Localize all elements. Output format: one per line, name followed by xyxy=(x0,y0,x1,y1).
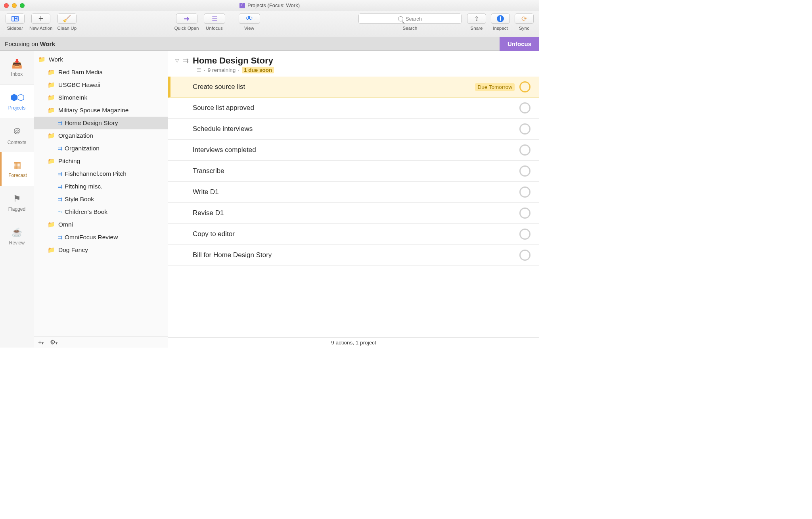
sidebar-folder[interactable]: 📁Pitching xyxy=(34,155,168,167)
perspective-rail: 📥 Inbox ⬢⬡ Projects ＠ Contexts ▦ Forecas… xyxy=(0,51,34,348)
parallel-project-icon: ⇉ xyxy=(58,234,61,240)
main-outline: ▽ ⇉ Home Design Story ☰ · 9 remaining · … xyxy=(168,51,539,348)
outline-title: Home Design Story xyxy=(193,56,273,66)
sidebar-folder[interactable]: 📁USGBC Hawaii xyxy=(34,79,168,91)
sidebar-project[interactable]: ⇉OmniFocus Review xyxy=(34,231,168,244)
sidebar-folder[interactable]: 📁Military Spouse Magazine xyxy=(34,104,168,117)
rail-inbox-label: Inbox xyxy=(11,71,23,77)
folder-icon: 📁 xyxy=(48,81,55,88)
sidebar-folder[interactable]: 📁Dog Fancy xyxy=(34,244,168,256)
eye-icon: 👁 xyxy=(246,15,253,23)
search-icon xyxy=(398,16,403,21)
rail-forecast[interactable]: ▦ Forecast xyxy=(0,152,34,186)
task-row[interactable]: Create source listDue Tomorrow xyxy=(168,77,539,98)
status-bar: 9 actions, 1 project xyxy=(168,337,539,348)
rail-inbox[interactable]: 📥 Inbox xyxy=(0,51,34,85)
note-icon[interactable]: ☰ xyxy=(197,67,201,73)
task-row[interactable]: Schedule interviews xyxy=(168,119,539,140)
task-name: Copy to editor xyxy=(193,230,235,238)
single-action-list-icon: ⤳ xyxy=(58,209,61,215)
clean-up-button[interactable]: 🧹 xyxy=(57,13,77,24)
status-circle[interactable] xyxy=(519,123,530,135)
sidebar-folder[interactable]: 📁Organization xyxy=(34,129,168,142)
task-row[interactable]: Source list approved xyxy=(168,98,539,119)
rail-contexts[interactable]: ＠ Contexts xyxy=(0,118,34,152)
disclosure-triangle[interactable]: ▽ xyxy=(175,58,179,63)
status-circle[interactable] xyxy=(519,250,530,261)
at-icon: ＠ xyxy=(13,125,21,137)
sidebar-folder[interactable]: 📁Work xyxy=(34,53,168,66)
folder-icon: 📁 xyxy=(48,246,55,254)
task-row[interactable]: Revise D1 xyxy=(168,203,539,224)
status-circle[interactable] xyxy=(519,229,530,240)
add-menu-button[interactable]: +▾ xyxy=(38,339,44,346)
task-list: Create source listDue TomorrowSource lis… xyxy=(168,77,539,337)
focus-name: Work xyxy=(40,40,55,47)
inspect-button[interactable]: i xyxy=(491,13,510,24)
folder-icon: 📁 xyxy=(48,94,55,101)
new-action-label: New Action xyxy=(29,26,53,31)
task-row[interactable]: Interviews completed xyxy=(168,140,539,161)
close-window[interactable] xyxy=(4,3,9,8)
new-action-button[interactable]: + xyxy=(31,13,50,24)
info-icon: i xyxy=(497,15,504,22)
task-row[interactable]: Bill for Home Design Story xyxy=(168,245,539,266)
calendar-icon: ▦ xyxy=(13,160,22,170)
folder-icon: 📁 xyxy=(38,56,46,63)
parallel-project-icon: ⇉ xyxy=(58,145,61,152)
status-circle[interactable] xyxy=(519,81,530,92)
rail-projects[interactable]: ⬢⬡ Projects xyxy=(0,85,34,118)
status-circle[interactable] xyxy=(519,186,530,198)
sidebar-item-label: Children's Book xyxy=(65,208,107,215)
sync-icon: ⟳ xyxy=(521,15,527,23)
search-placeholder: Search xyxy=(406,16,422,22)
share-button[interactable]: ⇪ xyxy=(467,13,486,24)
projects-icon: ⬢⬡ xyxy=(10,92,24,103)
task-name: Write D1 xyxy=(193,188,219,196)
rail-forecast-label: Forecast xyxy=(8,173,27,178)
status-circle[interactable] xyxy=(519,102,530,113)
titlebar: Projects (Focus: Work) xyxy=(0,0,539,11)
status-circle[interactable] xyxy=(519,144,530,156)
status-circle[interactable] xyxy=(519,165,530,177)
rail-flagged[interactable]: ⚑ Flagged xyxy=(0,186,34,219)
task-row[interactable]: Copy to editor xyxy=(168,224,539,245)
inspect-label: Inspect xyxy=(493,26,508,31)
sidebar-project[interactable]: ⇉Pitching misc. xyxy=(34,180,168,193)
gear-menu-button[interactable]: ⚙▾ xyxy=(50,338,57,346)
quick-open-button[interactable]: ➜ xyxy=(176,13,197,24)
sidebar-button[interactable] xyxy=(6,13,25,24)
sidebar-project[interactable]: ⇉Style Book xyxy=(34,193,168,206)
task-name: Interviews completed xyxy=(193,146,256,154)
sidebar-item-label: Pitching misc. xyxy=(65,183,103,190)
sidebar-icon xyxy=(11,16,19,21)
task-name: Source list approved xyxy=(193,104,254,112)
share-label: Share xyxy=(470,26,483,31)
parallel-project-icon: ⇉ xyxy=(58,183,61,190)
project-list-scroll[interactable]: 📁Work📁Red Barn Media📁USGBC Hawaii📁Simone… xyxy=(34,51,168,336)
unfocus-button[interactable]: Unfocus xyxy=(500,37,539,51)
sync-button[interactable]: ⟳ xyxy=(515,13,534,24)
sidebar-project[interactable]: ⤳Children's Book xyxy=(34,206,168,218)
sidebar-folder[interactable]: 📁Red Barn Media xyxy=(34,66,168,79)
zoom-window[interactable] xyxy=(20,3,25,8)
search-input[interactable]: Search xyxy=(358,13,462,24)
task-row[interactable]: Write D1 xyxy=(168,182,539,203)
sidebar-folder[interactable]: 📁Omni xyxy=(34,218,168,231)
sidebar-project[interactable]: ⇉Home Design Story xyxy=(34,117,168,129)
rail-review[interactable]: ☕ Review xyxy=(0,219,34,253)
focus-prefix: Focusing on xyxy=(5,40,40,47)
sidebar-project[interactable]: ⇉Fishchannel.com Pitch xyxy=(34,167,168,180)
folder-icon: 📁 xyxy=(48,158,55,165)
sidebar-item-label: Organization xyxy=(58,132,93,139)
rail-contexts-label: Contexts xyxy=(8,140,26,145)
minimize-window[interactable] xyxy=(12,3,17,8)
unfocus-toolbar-button[interactable]: ☰ xyxy=(204,13,225,24)
sidebar-folder[interactable]: 📁SimoneInk xyxy=(34,91,168,104)
view-button[interactable]: 👁 xyxy=(239,13,260,24)
sidebar-label: Sidebar xyxy=(7,26,23,31)
sidebar-project[interactable]: ⇉Organization xyxy=(34,142,168,155)
coffee-icon: ☕ xyxy=(11,227,22,238)
status-circle[interactable] xyxy=(519,208,530,219)
task-row[interactable]: Transcribe xyxy=(168,161,539,182)
